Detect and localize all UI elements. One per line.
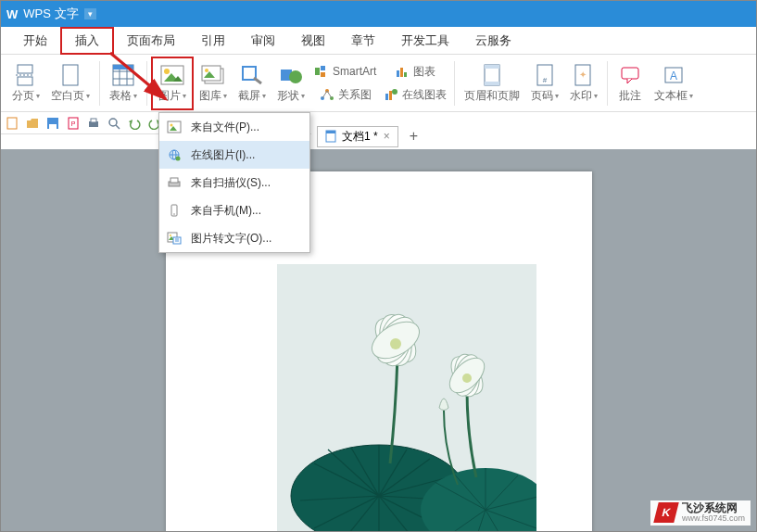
qat-open-icon[interactable]: [25, 116, 40, 131]
menu-dev-tools[interactable]: 开发工具: [388, 27, 462, 55]
ocr-icon: [167, 231, 182, 246]
dropdown-arrow-icon: ▾: [183, 92, 186, 100]
text-box-icon: A: [661, 62, 687, 88]
scanner-icon: [167, 175, 182, 190]
qat-save-icon[interactable]: [45, 116, 60, 131]
svg-rect-33: [389, 91, 392, 100]
document-tab-strip: 文档1 * × +: [311, 124, 756, 148]
online-chart-icon: [384, 88, 398, 101]
blank-page-button[interactable]: 空白页▾: [45, 57, 95, 110]
shape-label: 形状: [277, 88, 299, 104]
separator: [99, 61, 100, 106]
new-tab-button[interactable]: +: [402, 128, 425, 145]
screenshot-button[interactable]: 截屏▾: [233, 57, 271, 110]
svg-rect-36: [485, 65, 499, 69]
svg-point-16: [205, 69, 208, 72]
dropdown-from-phone[interactable]: 来自手机(M)...: [159, 196, 309, 224]
qat-export-icon[interactable]: P: [66, 116, 81, 131]
dropdown-picture-to-text[interactable]: 图片转文字(O)...: [159, 224, 309, 252]
svg-line-53: [116, 125, 120, 129]
svg-point-52: [109, 119, 117, 126]
menu-start[interactable]: 开始: [10, 27, 60, 55]
chart-button[interactable]: 图表: [380, 60, 450, 82]
svg-rect-45: [7, 118, 17, 129]
menu-insert[interactable]: 插入: [60, 27, 114, 55]
table-button[interactable]: 表格▾: [104, 57, 143, 110]
page-break-button[interactable]: 分页▾: [6, 57, 45, 110]
page-number-label: 页码: [531, 88, 553, 104]
svg-rect-31: [404, 72, 407, 77]
svg-point-11: [164, 69, 170, 74]
svg-rect-21: [315, 68, 320, 75]
qat-print-icon[interactable]: [86, 116, 101, 131]
qat-undo-icon[interactable]: [127, 116, 142, 131]
document-canvas[interactable]: [1, 149, 756, 531]
text-box-button[interactable]: A 文本框▾: [649, 57, 699, 110]
inserted-image[interactable]: [277, 264, 536, 531]
svg-line-28: [327, 91, 332, 98]
svg-point-20: [289, 70, 302, 83]
document-tab[interactable]: 文档1 * ×: [317, 126, 398, 147]
qat-new-icon[interactable]: [5, 116, 19, 131]
smartart-button[interactable]: SmartArt: [310, 60, 380, 82]
screenshot-icon: [239, 62, 265, 88]
menu-chapter[interactable]: 章节: [338, 27, 388, 55]
close-tab-icon[interactable]: ×: [384, 130, 390, 143]
dropdown-online-picture[interactable]: 在线图片(I)...: [159, 141, 309, 169]
dropdown-arrow-icon: ▾: [555, 92, 559, 100]
chart-icon: [395, 65, 410, 78]
svg-rect-23: [321, 72, 325, 77]
relation-button[interactable]: 关系图: [310, 83, 380, 106]
relation-label: 关系图: [338, 87, 372, 103]
svg-rect-51: [91, 119, 96, 122]
svg-text:✦: ✦: [579, 70, 587, 80]
qat-preview-icon[interactable]: [107, 116, 121, 131]
menu-page-layout[interactable]: 页面布局: [114, 27, 188, 55]
menu-review[interactable]: 审阅: [238, 27, 288, 55]
shape-button[interactable]: 形状▾: [271, 57, 310, 110]
svg-rect-59: [326, 131, 335, 133]
document-tab-label: 文档1 *: [342, 129, 378, 145]
comment-button[interactable]: 批注: [612, 57, 649, 110]
page-number-button[interactable]: # 页码▾: [525, 57, 564, 110]
dropdown-item-label: 图片转文字(O)...: [191, 231, 271, 247]
menu-references[interactable]: 引用: [188, 27, 238, 55]
shape-icon: [278, 62, 304, 88]
dropdown-from-scanner[interactable]: 来自扫描仪(S)...: [159, 169, 309, 196]
svg-point-70: [173, 213, 175, 215]
blank-page-label: 空白页: [51, 88, 84, 104]
text-box-label: 文本框: [654, 88, 688, 104]
separator: [454, 61, 455, 106]
screenshot-label: 截屏: [238, 88, 260, 104]
site-watermark: K 飞沙系统网 www.fs0745.com: [650, 500, 751, 526]
gallery-icon: [200, 62, 226, 88]
svg-line-27: [322, 91, 327, 98]
insert-picture-button[interactable]: 图片▾: [151, 57, 194, 110]
ribbon: 分页▾ 空白页▾ 表格▾ 图片▾ 图库▾ 截屏▾ 形状▾ SmartArt 关系…: [1, 55, 756, 112]
svg-point-34: [392, 89, 397, 95]
svg-text:P: P: [71, 120, 76, 127]
menu-bar: 开始 插入 页面布局 引用 审阅 视图 章节 开发工具 云服务: [1, 27, 756, 55]
table-icon: [110, 62, 136, 88]
dropdown-arrow-icon: ▾: [301, 92, 305, 100]
smartart-icon: [314, 65, 329, 78]
svg-rect-29: [397, 70, 399, 77]
svg-rect-3: [63, 65, 78, 85]
separator: [146, 61, 147, 106]
svg-rect-30: [400, 68, 403, 77]
header-footer-button[interactable]: 页眉和页脚: [459, 57, 525, 110]
watermark-button[interactable]: ✦ 水印▾: [564, 57, 603, 110]
svg-rect-15: [202, 66, 221, 81]
watermark-url: www.fs0745.com: [682, 514, 745, 524]
dropdown-arrow-icon: ▾: [689, 92, 693, 100]
online-chart-button[interactable]: 在线图表: [380, 83, 450, 106]
svg-rect-1: [18, 77, 32, 85]
dropdown-from-file[interactable]: 来自文件(P)...: [159, 113, 309, 141]
menu-cloud[interactable]: 云服务: [462, 27, 524, 55]
phone-icon: [167, 203, 182, 218]
menu-view[interactable]: 视图: [288, 27, 338, 55]
page-number-icon: #: [532, 62, 558, 88]
gallery-button[interactable]: 图库▾: [194, 57, 233, 110]
dropdown-item-label: 来自手机(M)...: [191, 203, 261, 219]
title-dropdown[interactable]: ▾: [84, 8, 96, 19]
